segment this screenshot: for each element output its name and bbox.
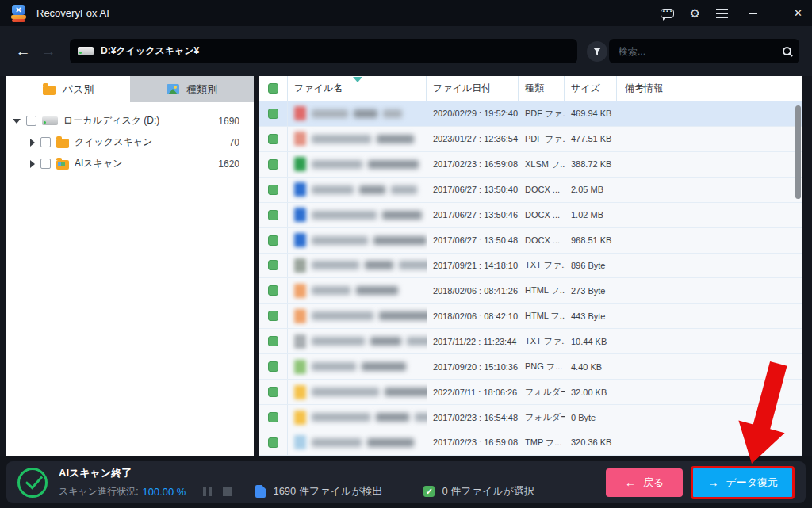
- stop-icon[interactable]: [223, 487, 232, 496]
- row-checkbox[interactable]: [259, 127, 288, 151]
- row-checkbox[interactable]: [259, 430, 288, 455]
- table-row[interactable]: 2018/02/06 : 08:42:10 HTML フ... 443 Byte: [259, 304, 802, 329]
- table-row[interactable]: 2017/09/21 : 14:18:10 TXT ファ... 896 Byte: [259, 254, 802, 279]
- search-icon[interactable]: [783, 47, 791, 55]
- redacted-text: [370, 337, 401, 346]
- settings-gear-icon[interactable]: ⚙: [690, 7, 700, 19]
- search-input[interactable]: [617, 45, 783, 58]
- tree-item-count: 1620: [218, 159, 247, 170]
- caret-icon[interactable]: [13, 119, 21, 124]
- row-checkbox[interactable]: [259, 329, 288, 353]
- maximize-icon[interactable]: [772, 10, 779, 17]
- row-size: 469.94 KB: [565, 101, 617, 126]
- row-checkbox[interactable]: [259, 304, 288, 328]
- row-checkbox[interactable]: [259, 203, 288, 227]
- filter-button[interactable]: [587, 41, 607, 62]
- row-checkbox[interactable]: [259, 178, 288, 202]
- row-checkbox[interactable]: [259, 228, 288, 253]
- row-checkbox[interactable]: [259, 380, 288, 404]
- row-notes: [617, 329, 802, 353]
- drive-icon: [42, 116, 58, 125]
- table-row[interactable]: 2017/02/23 : 16:54:48 フォルダー 0 Byte: [259, 405, 802, 430]
- redacted-text: [383, 109, 402, 118]
- caret-icon[interactable]: [30, 160, 35, 168]
- sort-arrow-icon[interactable]: [353, 77, 362, 82]
- checkbox-icon: [268, 185, 278, 195]
- row-checkbox[interactable]: [259, 152, 288, 177]
- column-header-filedate[interactable]: ファイル日付: [427, 76, 519, 101]
- table-row[interactable]: 2023/01/27 : 12:36:54 PDF ファ... 477.51 K…: [259, 127, 802, 152]
- table-row[interactable]: 2017/06/27 : 13:50:48 DOCX ... 968.51 KB: [259, 228, 802, 254]
- row-size: 273 Byte: [565, 278, 617, 303]
- recover-data-button[interactable]: → データ復元: [691, 466, 795, 499]
- redacted-text: [376, 413, 409, 422]
- table-row[interactable]: 2017/02/23 : 16:59:08 TMP フ... 320.36 KB: [259, 430, 802, 456]
- tree-item[interactable]: AIスキャン 1620: [13, 153, 247, 174]
- caret-icon[interactable]: [30, 139, 35, 147]
- vertical-scrollbar[interactable]: [795, 105, 801, 199]
- row-checkbox[interactable]: [259, 101, 288, 126]
- redacted-text: [391, 185, 417, 194]
- row-checkbox[interactable]: [259, 405, 288, 430]
- row-filedate: 2017/09/20 : 15:10:36: [427, 354, 519, 379]
- tree-checkbox[interactable]: [40, 159, 51, 169]
- row-size: 388.72 KB: [565, 152, 617, 177]
- tree-item[interactable]: クイックスキャン 70: [13, 132, 247, 153]
- file-type-icon: [294, 309, 306, 323]
- row-checkbox[interactable]: [259, 254, 288, 278]
- tree-checkbox[interactable]: [40, 137, 51, 147]
- column-header-notes[interactable]: 備考情報: [617, 76, 802, 101]
- picture-icon: [167, 84, 179, 94]
- tree-item[interactable]: ローカルディスク (D:) 1690: [13, 110, 247, 132]
- row-checkbox[interactable]: [259, 354, 288, 379]
- table-body: 2020/02/29 : 19:52:40 PDF ファ... 469.94 K…: [259, 101, 802, 456]
- redacted-text: [312, 286, 350, 295]
- checkbox-icon: [268, 285, 278, 296]
- row-size: 443 Byte: [565, 304, 617, 328]
- pause-icon[interactable]: [203, 487, 212, 496]
- column-header-size[interactable]: サイズ: [565, 76, 617, 101]
- tab-by-path[interactable]: パス別: [6, 76, 130, 102]
- forward-arrow-icon[interactable]: →: [38, 43, 59, 60]
- path-bar[interactable]: D:¥クイックスキャン¥: [70, 39, 577, 63]
- row-filename-redacted: [288, 203, 427, 227]
- checkbox-icon: [268, 83, 278, 94]
- redacted-text: [312, 362, 356, 371]
- file-type-icon: [294, 284, 306, 298]
- select-all-checkbox[interactable]: [259, 76, 288, 101]
- menu-icon[interactable]: [716, 9, 728, 18]
- table-row[interactable]: 2017/11/22 : 11:23:44 TXT ファ... 10.44 KB: [259, 329, 802, 354]
- table-row[interactable]: 2018/02/06 : 08:41:26 HTML フ... 273 Byte: [259, 278, 802, 304]
- redacted-text: [407, 337, 427, 346]
- close-icon[interactable]: ✕: [794, 8, 802, 18]
- scan-complete-check-icon: [17, 468, 48, 498]
- tab-by-type[interactable]: 種類別: [130, 76, 254, 102]
- tree-checkbox[interactable]: [26, 116, 36, 126]
- row-filedate: 2022/07/11 : 18:06:26: [427, 380, 519, 404]
- table-row[interactable]: 2017/06/27 : 13:50:46 DOCX ... 1.02 MB: [259, 203, 802, 228]
- table-row[interactable]: 2022/07/11 : 18:06:26 フォルダー 32.00 KB: [259, 380, 802, 405]
- row-size: 4.40 KB: [565, 354, 617, 379]
- minimize-icon[interactable]: [749, 13, 757, 14]
- table-row[interactable]: 2017/09/20 : 15:10:36 PNG フ... 4.40 KB: [259, 354, 802, 380]
- row-filename-redacted: [288, 430, 427, 455]
- checkbox-icon: [268, 437, 278, 448]
- back-button[interactable]: ← 戻る: [606, 468, 683, 497]
- row-type: TXT ファ...: [519, 254, 565, 278]
- row-checkbox[interactable]: [259, 278, 288, 303]
- table-row[interactable]: 2017/06/27 : 13:50:40 DOCX ... 2.05 MB: [259, 178, 802, 203]
- row-size: 10.44 KB: [565, 329, 617, 353]
- search-box[interactable]: [609, 39, 799, 63]
- app-title: RecoveryFox AI: [36, 7, 109, 19]
- row-type: フォルダー: [519, 380, 565, 404]
- table-row[interactable]: 2020/02/29 : 19:52:40 PDF ファ... 469.94 K…: [259, 101, 802, 127]
- column-header-type[interactable]: 種類: [519, 76, 565, 101]
- back-arrow-icon[interactable]: ←: [13, 43, 33, 60]
- redacted-text: [368, 160, 419, 169]
- feedback-icon[interactable]: [661, 9, 674, 18]
- redacted-text: [373, 236, 427, 245]
- row-notes: [617, 127, 802, 151]
- row-size: 896 Byte: [565, 254, 617, 278]
- table-row[interactable]: 2017/02/23 : 16:59:08 XLSM フ... 388.72 K…: [259, 152, 802, 178]
- files-found-count: 1690 件ファイルが検出: [273, 484, 382, 498]
